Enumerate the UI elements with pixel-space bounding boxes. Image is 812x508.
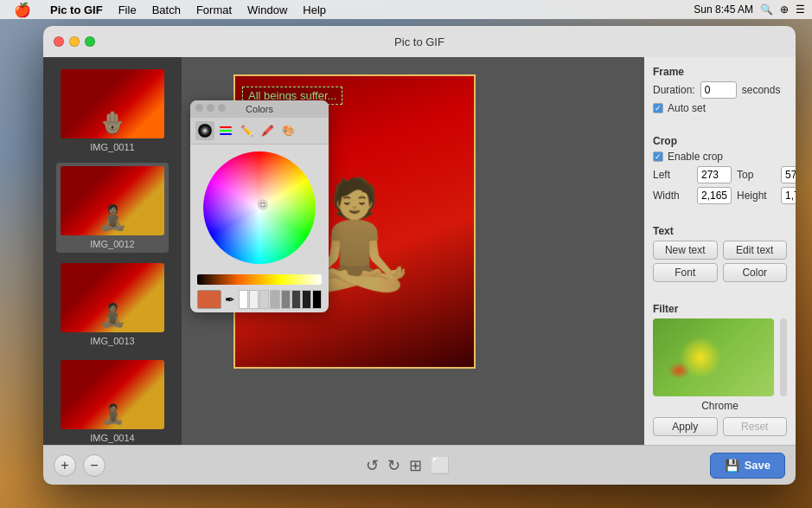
duration-label: Duration:	[653, 84, 695, 96]
left-input[interactable]	[697, 166, 732, 183]
bottom-bar: + − ↺ ↻ ⊞ ⬜ 💾 Save	[43, 445, 796, 485]
color-wheel-container[interactable]: ⊕	[190, 145, 329, 271]
text-section: Text New text Edit text Font Color	[653, 225, 787, 286]
brightness-slider[interactable]	[197, 274, 322, 285]
expand-icon[interactable]: ⬜	[431, 456, 450, 475]
add-button[interactable]: +	[54, 454, 76, 477]
thumbnail-item-2[interactable]: 🧘 IMG_0013	[56, 260, 169, 350]
color-crayon-tab[interactable]: 🖍️	[258, 121, 277, 140]
close-button[interactable]	[54, 36, 64, 47]
menubar-right: Sun 8:45 AM 🔍 ⊕ ☰	[694, 3, 805, 16]
colors-panel: Colors	[190, 100, 329, 312]
redo-icon[interactable]: ↻	[387, 456, 400, 475]
swatch-lightgray[interactable]	[249, 290, 259, 309]
thumbnail-item-1[interactable]: 🧘 IMG_0012	[56, 163, 169, 253]
colors-toolbar: ✏️ 🖍️ 🎨	[190, 118, 329, 145]
enable-crop-checkbox[interactable]: ✓	[653, 151, 663, 162]
menubar-search-icon[interactable]: 🔍	[760, 3, 773, 16]
menubar-file[interactable]: File	[112, 2, 144, 18]
menubar-app-name[interactable]: Pic to GIF	[43, 2, 110, 18]
thumbnail-item-3[interactable]: 🧘 IMG_0014	[56, 357, 169, 445]
svg-rect-3	[220, 130, 232, 132]
color-wheel[interactable]: ⊕	[203, 151, 316, 264]
left-label: Left	[653, 169, 692, 181]
filter-thumbnail[interactable]	[653, 318, 774, 396]
height-label: Height	[737, 190, 776, 202]
duration-input[interactable]	[700, 81, 737, 99]
filter-scrollbar[interactable]	[780, 318, 787, 396]
thumbnail-item-0[interactable]: 🪬 IMG_0011	[56, 66, 169, 156]
colors-zoom[interactable]	[218, 104, 226, 112]
color-pencil-tab[interactable]: ✏️	[237, 121, 256, 140]
apple-menu[interactable]: 🍎	[7, 0, 38, 20]
color-palette-tab[interactable]: 🎨	[278, 121, 297, 140]
save-label: Save	[745, 459, 770, 472]
save-button[interactable]: 💾 Save	[710, 453, 785, 479]
swatch-black[interactable]	[312, 290, 322, 309]
duration-row: Duration: seconds	[653, 81, 787, 99]
menubar-window[interactable]: Window	[240, 2, 294, 18]
color-wheel-tab[interactable]	[195, 121, 214, 140]
maximize-button[interactable]	[85, 36, 95, 47]
undo-icon[interactable]: ↺	[366, 456, 379, 475]
apply-reset-row: Apply Reset	[653, 417, 787, 436]
columns-icon[interactable]: ⊞	[409, 456, 422, 475]
menubar: 🍎 Pic to GIF File Batch Format Window He…	[0, 0, 812, 19]
menubar-help[interactable]: Help	[296, 2, 333, 18]
eyedropper-icon[interactable]: ✒	[225, 293, 235, 306]
swatch-gray3[interactable]	[281, 290, 291, 309]
swatch-white[interactable]	[239, 290, 248, 309]
minimize-button[interactable]	[69, 36, 80, 47]
menubar-share-icon[interactable]: ⊕	[780, 3, 789, 16]
left-top-row: Left Top	[653, 166, 787, 183]
thumbnail-image-1: 🧘	[61, 166, 164, 235]
frame-title: Frame	[653, 66, 787, 78]
swatch-row: ✒	[190, 288, 329, 312]
add-icon: +	[61, 458, 68, 473]
right-panel: Frame Duration: seconds ✓ Auto set Crop …	[644, 57, 796, 445]
new-text-button[interactable]: New text	[653, 241, 718, 260]
font-button[interactable]: Font	[653, 263, 718, 282]
filter-name-label: Chrome	[653, 400, 787, 412]
menubar-batch[interactable]: Batch	[145, 2, 188, 18]
thumbnail-label-2: IMG_0013	[90, 336, 134, 346]
swatch-nearblack[interactable]	[302, 290, 311, 309]
width-height-row: Width Height	[653, 187, 787, 204]
sidebar: 🪬 IMG_0011 🧘 IMG_0012 🧘 IMG_0013 🧘	[43, 57, 182, 445]
menubar-menu-icon[interactable]: ☰	[796, 3, 805, 16]
width-input[interactable]	[697, 187, 732, 204]
swatch-gray1[interactable]	[259, 290, 269, 309]
swatch-grid	[239, 290, 322, 309]
text-title: Text	[653, 225, 787, 237]
swatch-gray2[interactable]	[270, 290, 279, 309]
thumbnail-image-0: 🪬	[61, 69, 164, 138]
seconds-label: seconds	[742, 84, 781, 96]
remove-button[interactable]: −	[83, 454, 105, 477]
top-input[interactable]	[781, 166, 796, 183]
color-button[interactable]: Color	[723, 263, 788, 282]
swatch-darkgray[interactable]	[291, 290, 301, 309]
colors-minimize[interactable]	[207, 104, 214, 112]
svg-rect-4	[220, 133, 232, 135]
menubar-time: Sun 8:45 AM	[694, 3, 753, 16]
auto-set-label: Auto set	[668, 102, 706, 114]
edit-text-button[interactable]: Edit text	[723, 241, 788, 260]
enable-crop-label: Enable crop	[668, 151, 723, 163]
filter-area	[653, 318, 787, 396]
top-label: Top	[737, 169, 776, 181]
svg-rect-2	[220, 126, 232, 128]
color-sliders-tab[interactable]	[216, 121, 235, 140]
current-color-swatch[interactable]	[197, 290, 221, 309]
reset-button[interactable]: Reset	[723, 417, 788, 436]
width-label: Width	[653, 190, 692, 202]
thumbnail-label-3: IMG_0014	[90, 433, 134, 443]
filter-preview-image	[653, 318, 774, 396]
traffic-lights	[54, 36, 95, 47]
height-input[interactable]	[781, 187, 796, 204]
colors-close[interactable]	[195, 104, 203, 112]
filter-section: Filter Chrome Apply Reset	[653, 303, 787, 436]
auto-set-checkbox[interactable]: ✓	[653, 103, 663, 113]
canvas-area[interactable]: All beings suffer... 🧘 Colors	[182, 57, 644, 445]
apply-button[interactable]: Apply	[653, 417, 718, 436]
menubar-format[interactable]: Format	[189, 2, 239, 18]
